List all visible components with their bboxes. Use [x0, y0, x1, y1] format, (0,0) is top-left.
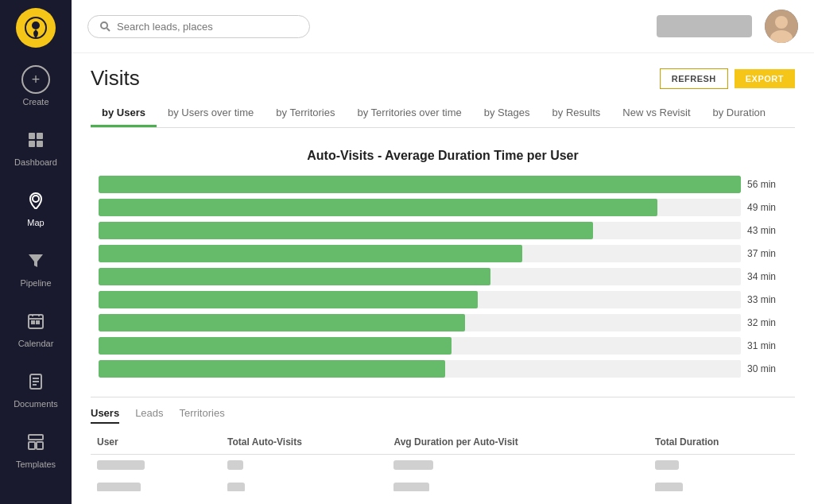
templates-icon: [21, 428, 50, 456]
grid-icon: [21, 126, 50, 154]
subtabs: Users Leads Territories: [91, 407, 795, 424]
bar-label: 37 min: [747, 248, 787, 259]
bar-row: 37 min: [99, 245, 787, 262]
sidebar-item-map-label: Map: [27, 218, 44, 227]
svg-line-21: [107, 29, 110, 32]
col-total-visits: Total Auto-Visits: [221, 433, 387, 455]
bar-fill: [99, 291, 478, 308]
bar-fill: [99, 337, 452, 355]
subtab-territories[interactable]: Territories: [180, 407, 225, 424]
col-total-duration: Total Duration: [649, 433, 795, 455]
sidebar-item-dashboard[interactable]: Dashboard: [0, 116, 72, 176]
cell-avg-duration: [387, 455, 649, 478]
svg-rect-5: [37, 141, 43, 147]
bar-label: 32 min: [747, 317, 787, 328]
tab-by-duration[interactable]: by Duration: [702, 100, 777, 127]
svg-rect-4: [29, 141, 35, 147]
sidebar-item-create[interactable]: + Create: [0, 56, 72, 116]
tab-by-stages[interactable]: by Stages: [473, 100, 541, 127]
cell-total-duration: [649, 477, 795, 491]
tab-by-territories-over-time[interactable]: by Territories over time: [346, 100, 472, 127]
sidebar-logo[interactable]: [16, 8, 56, 48]
section-divider: [91, 397, 795, 397]
col-user: User: [91, 433, 221, 455]
sidebar-item-dashboard-label: Dashboard: [14, 157, 57, 167]
bar-track: [99, 314, 741, 331]
bar-track: [99, 360, 741, 378]
bar-row: 49 min: [99, 199, 787, 216]
main-content: Visits REFRESH EXPORT by Users by Users …: [72, 0, 814, 504]
bar-fill: [99, 176, 741, 193]
svg-rect-3: [37, 133, 43, 139]
sidebar-item-documents[interactable]: Documents: [0, 358, 72, 418]
tab-by-users-over-time[interactable]: by Users over time: [157, 100, 265, 127]
cell-total-duration: [649, 455, 795, 478]
bar-row: 30 min: [99, 360, 787, 378]
table-section: User Total Auto-Visits Avg Duration per …: [91, 433, 795, 491]
bar-label: 43 min: [747, 225, 787, 236]
export-button[interactable]: EXPORT: [735, 69, 795, 88]
header: [72, 0, 814, 53]
bar-track: [99, 291, 741, 308]
bar-label: 31 min: [747, 340, 787, 351]
plus-icon: +: [21, 65, 50, 94]
subtab-users[interactable]: Users: [91, 407, 119, 424]
bar-row: 43 min: [99, 222, 787, 239]
page-content: Visits REFRESH EXPORT by Users by Users …: [72, 53, 814, 504]
funnel-icon: [21, 246, 50, 275]
bar-row: 31 min: [99, 337, 787, 355]
cell-total-visits: [221, 477, 387, 491]
header-placeholder-bar: [657, 15, 752, 37]
search-input[interactable]: [117, 21, 276, 33]
tabs-bar: by Users by Users over time by Territori…: [91, 100, 795, 128]
sidebar: + Create Dashboard Map Pipel: [0, 0, 72, 504]
bar-chart: 56 min 49 min 43 min 37 min 34 min: [91, 176, 795, 378]
bar-track: [99, 337, 741, 355]
bar-label: 49 min: [747, 202, 787, 213]
svg-rect-17: [29, 435, 43, 440]
tab-by-results[interactable]: by Results: [541, 100, 612, 127]
chart-title: Auto-Visits - Average Duration Time per …: [91, 149, 795, 163]
bar-fill: [99, 314, 465, 331]
document-icon: [21, 367, 50, 396]
data-table: User Total Auto-Visits Avg Duration per …: [91, 433, 795, 491]
chart-section: Auto-Visits - Average Duration Time per …: [91, 141, 795, 390]
cell-user: [91, 477, 221, 491]
bar-fill: [99, 360, 445, 378]
bar-track: [99, 245, 741, 262]
search-icon: [99, 21, 110, 32]
svg-rect-12: [37, 321, 39, 324]
search-bar[interactable]: [87, 15, 310, 38]
tab-by-territories[interactable]: by Territories: [265, 100, 346, 127]
subtab-leads[interactable]: Leads: [135, 407, 163, 424]
bar-row: 33 min: [99, 291, 787, 308]
page-title: Visits: [91, 66, 660, 91]
tab-new-vs-revisit[interactable]: New vs Revisit: [611, 100, 701, 127]
avatar[interactable]: [765, 10, 798, 43]
sidebar-item-templates-label: Templates: [16, 459, 56, 469]
sidebar-item-documents-label: Documents: [14, 399, 58, 409]
sidebar-item-map[interactable]: Map: [0, 176, 72, 237]
cell-user: [91, 455, 221, 478]
svg-point-1: [32, 21, 40, 29]
sidebar-item-templates[interactable]: Templates: [0, 418, 72, 479]
bar-row: 34 min: [99, 268, 787, 285]
bar-fill: [99, 199, 657, 216]
bar-row: 56 min: [99, 176, 787, 193]
cell-total-visits: [221, 455, 387, 478]
bar-label: 33 min: [747, 294, 787, 305]
svg-rect-18: [29, 442, 35, 449]
sidebar-item-pipeline[interactable]: Pipeline: [0, 237, 72, 297]
page-title-row: Visits REFRESH EXPORT: [91, 66, 795, 91]
bar-track: [99, 268, 741, 285]
bar-track: [99, 222, 741, 239]
map-icon: [21, 186, 50, 215]
bar-fill: [99, 222, 593, 239]
tab-by-users[interactable]: by Users: [91, 100, 157, 127]
svg-rect-19: [37, 442, 43, 449]
refresh-button[interactable]: REFRESH: [660, 68, 728, 89]
bar-label: 30 min: [747, 363, 787, 374]
sidebar-item-calendar[interactable]: Calendar: [0, 297, 72, 358]
bar-row: 32 min: [99, 314, 787, 331]
svg-point-20: [101, 22, 107, 29]
